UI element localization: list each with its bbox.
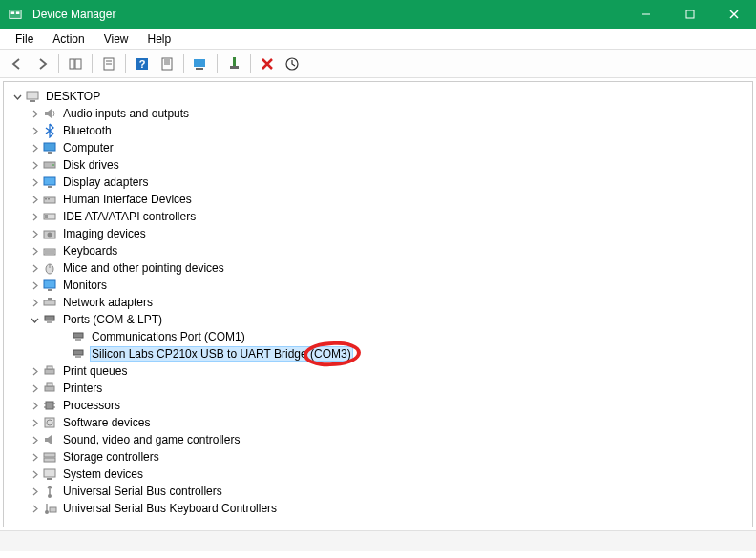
software-icon (42, 415, 57, 430)
chevron-right-icon[interactable] (29, 125, 40, 136)
svg-rect-38 (44, 249, 55, 255)
chevron-right-icon[interactable] (29, 262, 40, 274)
node-label: Storage controllers (61, 450, 161, 464)
svg-rect-23 (27, 92, 38, 99)
chevron-right-icon[interactable] (29, 228, 40, 239)
node-label: Monitors (61, 279, 109, 292)
properties-button[interactable] (97, 52, 120, 75)
system-icon (42, 466, 57, 482)
uninstall-device-button[interactable] (256, 52, 279, 75)
node-label: Human Interface Devices (61, 193, 194, 206)
tree-node-ide[interactable]: IDE ATA/ATAPI controllers (11, 208, 745, 225)
node-label: Bluetooth (61, 124, 114, 137)
node-label: Keyboards (61, 244, 119, 258)
tree-node-sound[interactable]: Sound, video and game controllers (11, 431, 745, 448)
chevron-right-icon[interactable] (29, 417, 40, 428)
svg-rect-72 (50, 507, 56, 512)
chevron-right-icon[interactable] (29, 365, 40, 377)
chevron-right-icon[interactable] (29, 486, 40, 497)
svg-rect-65 (44, 458, 55, 462)
tree-node-hid[interactable]: Human Interface Devices (11, 191, 745, 208)
tree-node-usb[interactable]: Universal Serial Bus controllers (11, 483, 745, 500)
node-label: DESKTOP (44, 90, 102, 103)
tree-node-keyboards[interactable]: Keyboards (11, 242, 745, 259)
disk-icon (42, 157, 57, 173)
chevron-right-icon[interactable] (29, 503, 40, 514)
tree-node-disk[interactable]: Disk drives (11, 156, 745, 174)
tree-node-computer[interactable]: Computer (11, 139, 745, 156)
menu-help[interactable]: Help (138, 31, 181, 48)
usb-icon (42, 484, 57, 499)
node-label: System devices (61, 467, 145, 481)
svg-rect-47 (45, 316, 54, 320)
chevron-right-icon[interactable] (29, 400, 40, 411)
menu-bar: File Action View Help (0, 29, 756, 50)
tree-node-usbkb[interactable]: Universal Serial Bus Keyboard Controller… (11, 500, 745, 517)
tree-node-imaging[interactable]: Imaging devices (11, 225, 745, 242)
tree-node-storage[interactable]: Storage controllers (11, 448, 745, 465)
chevron-right-icon[interactable] (29, 194, 40, 205)
audio-icon (42, 106, 57, 121)
scan-changes-button[interactable] (281, 52, 304, 75)
chevron-right-icon[interactable] (29, 159, 40, 171)
tree-node-com1[interactable]: Communications Port (COM1) (11, 328, 745, 345)
tree-node-software[interactable]: Software devices (11, 414, 745, 431)
tree-node-processors[interactable]: Processors (11, 397, 745, 414)
chevron-right-icon[interactable] (29, 176, 40, 188)
forward-button[interactable] (31, 52, 53, 75)
chevron-right-icon[interactable] (29, 434, 40, 445)
enable-device-button[interactable] (222, 52, 245, 75)
tree-node-com3-selected[interactable]: Silicon Labs CP210x USB to UART Bridge (… (11, 345, 745, 362)
svg-rect-49 (74, 333, 83, 338)
tree-root[interactable]: DESKTOP (11, 88, 745, 105)
tree-node-monitors[interactable]: Monitors (11, 277, 745, 294)
tree-node-audio[interactable]: Audio inputs and outputs (11, 105, 745, 122)
tree-node-system[interactable]: System devices (11, 465, 745, 483)
node-label: Silicon Labs CP210x USB to UART Bridge (… (90, 346, 353, 362)
svg-rect-54 (47, 366, 52, 369)
chevron-right-icon[interactable] (29, 382, 40, 394)
tree-node-display[interactable]: Display adapters (11, 174, 745, 191)
chevron-down-icon[interactable] (11, 91, 23, 102)
show-hide-console-button[interactable] (64, 52, 87, 75)
node-label: Disk drives (61, 158, 121, 172)
minimize-button[interactable] (624, 0, 668, 29)
tree-node-mice[interactable]: Mice and other pointing devices (11, 259, 745, 277)
svg-rect-7 (70, 59, 74, 69)
maximize-button[interactable] (668, 0, 712, 29)
chevron-right-icon[interactable] (29, 297, 40, 308)
network-icon (42, 295, 57, 310)
node-label: Print queues (61, 364, 129, 378)
chevron-right-icon[interactable] (29, 468, 40, 480)
tree-node-printers[interactable]: Printers (11, 380, 745, 397)
tree-node-printqueues[interactable]: Print queues (11, 362, 745, 380)
status-bar (0, 530, 756, 551)
chevron-right-icon[interactable] (29, 108, 40, 119)
chevron-right-icon[interactable] (29, 451, 40, 463)
svg-rect-57 (46, 402, 53, 409)
update-driver-button[interactable] (189, 52, 212, 75)
chevron-right-icon[interactable] (29, 245, 40, 257)
chevron-right-icon[interactable] (29, 142, 40, 154)
svg-rect-66 (44, 469, 55, 477)
scan-hardware-button[interactable] (156, 52, 178, 75)
close-button[interactable] (712, 0, 756, 29)
tree-node-network[interactable]: Network adapters (11, 294, 745, 311)
tree-node-ports[interactable]: Ports (COM & LPT) (11, 311, 745, 328)
menu-file[interactable]: File (6, 31, 43, 48)
tree-node-bluetooth[interactable]: Bluetooth (11, 122, 745, 139)
node-label: Audio inputs and outputs (61, 107, 191, 120)
svg-rect-26 (48, 152, 52, 154)
back-button[interactable] (6, 52, 29, 75)
sound-icon (42, 432, 57, 447)
chevron-right-icon[interactable] (29, 279, 40, 291)
bluetooth-icon (42, 123, 57, 138)
hid-icon (42, 192, 57, 207)
device-tree[interactable]: DESKTOP Audio inputs and outputs Bluetoo… (3, 81, 753, 527)
svg-rect-35 (45, 215, 48, 218)
menu-view[interactable]: View (94, 31, 138, 48)
help-button[interactable]: ? (131, 52, 154, 75)
chevron-right-icon[interactable] (29, 211, 40, 222)
menu-action[interactable]: Action (43, 31, 94, 48)
chevron-down-icon[interactable] (29, 314, 40, 325)
